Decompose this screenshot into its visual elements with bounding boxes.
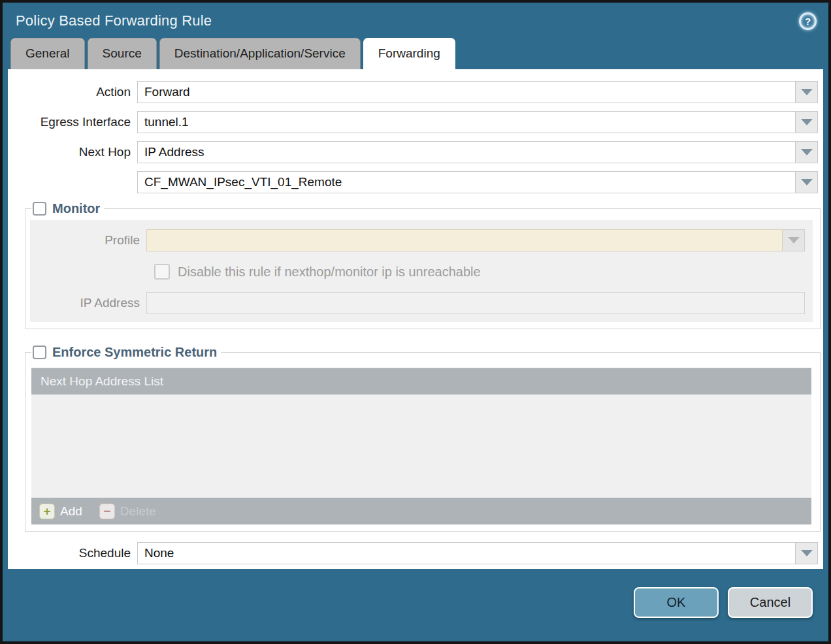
monitor-ip-address-field	[146, 292, 805, 314]
symmetric-return-checkbox[interactable]	[33, 346, 46, 359]
symmetric-return-legend-label: Enforce Symmetric Return	[52, 345, 217, 360]
delete-button-label: Delete	[120, 504, 156, 519]
next-hop-combo	[137, 141, 818, 163]
tab-destination-application-service[interactable]: Destination/Application/Service	[159, 38, 361, 69]
next-hop-address-list-table: Next Hop Address List + Add − Delete	[31, 368, 811, 524]
help-icon[interactable]: ?	[799, 12, 817, 30]
symmetric-return-legend: Enforce Symmetric Return	[31, 345, 221, 360]
add-button[interactable]: + Add	[39, 504, 82, 519]
profile-dropdown-button[interactable]	[783, 229, 805, 251]
tab-bar: General Source Destination/Application/S…	[3, 37, 828, 69]
next-hop-address-list-header: Next Hop Address List	[31, 368, 811, 394]
next-hop-address-list-footer: + Add − Delete	[31, 498, 811, 524]
monitor-ip-address-label: IP Address	[30, 296, 146, 310]
chevron-down-icon	[801, 550, 813, 556]
action-input[interactable]	[137, 81, 796, 103]
monitor-panel: Profile Disable this rule if nexthop/mon…	[30, 220, 813, 322]
schedule-input[interactable]	[137, 542, 796, 564]
chevron-down-icon	[801, 179, 813, 185]
minus-icon: −	[99, 504, 115, 519]
titlebar: Policy Based Forwarding Rule ?	[3, 3, 828, 37]
cancel-button[interactable]: Cancel	[728, 587, 813, 618]
monitor-legend: Monitor	[31, 201, 104, 216]
action-combo	[137, 81, 818, 103]
tab-forwarding[interactable]: Forwarding	[363, 38, 455, 69]
disable-rule-label: Disable this rule if nexthop/monitor ip …	[178, 265, 481, 280]
delete-button[interactable]: − Delete	[99, 504, 156, 519]
tab-source[interactable]: Source	[88, 38, 157, 69]
next-hop-dropdown-button[interactable]	[796, 141, 818, 163]
profile-input[interactable]	[146, 229, 783, 251]
content-panel: Action Egress Interface Next Hop	[8, 69, 823, 569]
next-hop-type-input[interactable]	[137, 141, 796, 163]
monitor-fieldset: Monitor Profile Disable this rule if nex…	[25, 201, 821, 329]
schedule-label: Schedule	[8, 546, 137, 560]
chevron-down-icon	[801, 89, 813, 95]
next-hop-address-list-body[interactable]	[31, 394, 811, 498]
egress-interface-input[interactable]	[137, 111, 796, 133]
profile-row: Profile	[30, 229, 813, 251]
next-hop-label: Next Hop	[8, 145, 137, 159]
chevron-down-icon	[801, 119, 813, 125]
schedule-combo	[137, 542, 818, 564]
next-hop-address-input[interactable]	[137, 171, 796, 193]
action-dropdown-button[interactable]	[796, 81, 818, 103]
policy-based-forwarding-dialog: Policy Based Forwarding Rule ? General S…	[0, 0, 831, 644]
monitor-legend-label: Monitor	[52, 201, 100, 216]
add-button-label: Add	[60, 504, 82, 519]
next-hop-row: Next Hop	[8, 141, 823, 163]
next-hop-address-dropdown-button[interactable]	[796, 171, 818, 193]
next-hop-address-combo	[137, 171, 818, 193]
monitor-checkbox[interactable]	[33, 202, 46, 216]
profile-combo	[146, 229, 805, 251]
symmetric-return-fieldset: Enforce Symmetric Return Next Hop Addres…	[25, 345, 821, 532]
chevron-down-icon	[801, 149, 813, 155]
disable-rule-checkbox[interactable]	[154, 264, 170, 280]
plus-icon: +	[39, 504, 55, 519]
dialog-title: Policy Based Forwarding Rule	[16, 12, 212, 29]
monitor-ip-address-input[interactable]	[146, 292, 805, 314]
monitor-ip-address-row: IP Address	[30, 292, 813, 314]
tab-general[interactable]: General	[10, 38, 85, 69]
egress-interface-combo	[137, 111, 818, 133]
schedule-row: Schedule	[8, 542, 823, 564]
schedule-dropdown-button[interactable]	[796, 542, 818, 564]
egress-interface-row: Egress Interface	[8, 111, 823, 133]
next-hop-address-row	[8, 171, 823, 193]
ok-button[interactable]: OK	[634, 587, 719, 618]
egress-interface-dropdown-button[interactable]	[796, 111, 818, 133]
footer-actions: OK Cancel	[3, 569, 828, 618]
profile-label: Profile	[30, 233, 146, 248]
disable-rule-row: Disable this rule if nexthop/monitor ip …	[154, 262, 813, 282]
chevron-down-icon	[788, 237, 800, 244]
action-label: Action	[8, 85, 137, 99]
egress-interface-label: Egress Interface	[8, 115, 137, 129]
action-row: Action	[8, 81, 823, 103]
